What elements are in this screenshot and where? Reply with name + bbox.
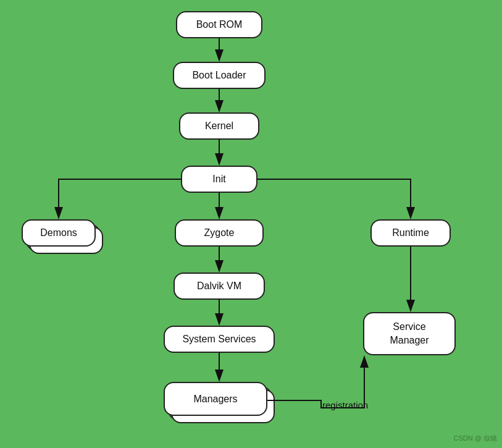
boot-rom-node: Boot ROM <box>176 11 262 38</box>
arrow-init-to-demons <box>59 179 181 218</box>
watermark: CSDN @ 似镜 <box>454 434 497 443</box>
service-manager-node: Service Manager <box>363 312 456 355</box>
registration-label: registration <box>322 400 368 410</box>
init-node: Init <box>181 166 257 193</box>
boot-rom-label: Boot ROM <box>196 19 243 30</box>
kernel-label: Kernel <box>205 120 233 132</box>
boot-loader-node: Boot Loader <box>173 62 266 89</box>
diagram-container: Boot ROM Boot Loader Kernel Init Demons … <box>0 0 502 448</box>
arrow-init-to-runtime <box>257 179 411 218</box>
managers-node: Managers <box>164 382 267 416</box>
boot-loader-label: Boot Loader <box>192 70 246 81</box>
zygote-node: Zygote <box>175 219 264 247</box>
zygote-label: Zygote <box>204 227 235 239</box>
demons-label: Demons <box>40 227 77 239</box>
dalvik-vm-node: Dalvik VM <box>174 273 265 300</box>
runtime-node: Runtime <box>370 219 451 247</box>
system-services-label: System Services <box>182 334 256 345</box>
service-manager-label: Service Manager <box>390 320 429 348</box>
init-label: Init <box>212 174 225 185</box>
dalvik-vm-label: Dalvik VM <box>197 281 241 292</box>
demons-node: Demons <box>22 219 96 247</box>
system-services-node: System Services <box>164 326 275 353</box>
managers-label: Managers <box>193 394 237 405</box>
kernel-node: Kernel <box>179 112 259 140</box>
runtime-label: Runtime <box>392 227 429 239</box>
